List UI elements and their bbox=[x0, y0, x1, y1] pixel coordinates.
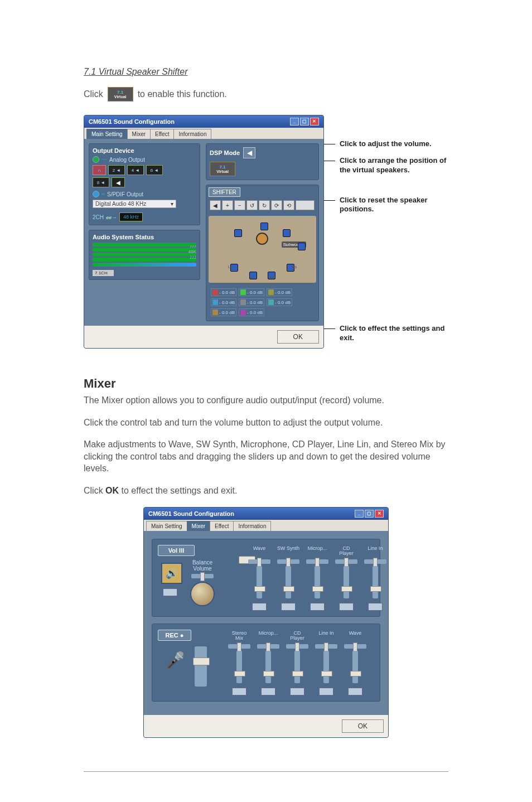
volume-icon[interactable]: ◀ bbox=[243, 147, 255, 158]
speaker-sub-icon[interactable] bbox=[298, 243, 306, 250]
spdif-radio-icon[interactable] bbox=[93, 191, 99, 197]
volume-slider-swsynth[interactable] bbox=[286, 566, 291, 598]
zoom-out-icon[interactable]: − bbox=[234, 200, 245, 210]
sample-rate-button[interactable]: 48 kHz bbox=[119, 212, 143, 221]
balance-slider-reccd[interactable] bbox=[286, 644, 308, 649]
digital-audio-select[interactable]: Digital Audio 48 KHz ▾ bbox=[93, 200, 176, 208]
status-bar bbox=[93, 243, 196, 247]
rec-slider-stereomix[interactable] bbox=[236, 651, 242, 683]
tab-mixer[interactable]: Mixer bbox=[127, 129, 151, 139]
callout-reset: Click to reset the speaker positions. bbox=[330, 196, 448, 214]
speakers-8-button[interactable]: 8 ◄ bbox=[93, 177, 109, 187]
analog-radio-icon[interactable] bbox=[93, 156, 99, 163]
db-cell: - 0.0 dB bbox=[211, 288, 236, 296]
balance-slider-swsynth[interactable] bbox=[277, 559, 299, 564]
select-stereomix-button[interactable] bbox=[232, 688, 246, 695]
select-linein-button[interactable] bbox=[319, 688, 333, 695]
reset-button[interactable]: Reset bbox=[296, 200, 315, 210]
titlebar: CM6501 Sound Configuration _ ▢ ✕ bbox=[84, 115, 323, 128]
tab-information[interactable]: Information bbox=[173, 129, 211, 139]
speakers-4-button[interactable]: 4 ◄ bbox=[127, 165, 144, 175]
tab-strip: Main Setting Mixer Effect Information bbox=[84, 128, 323, 139]
rec-slider-cd[interactable] bbox=[294, 651, 300, 683]
tab-effect[interactable]: Effect bbox=[150, 129, 174, 139]
master-volume-knob[interactable] bbox=[190, 582, 215, 606]
slider-label: Line In bbox=[318, 631, 333, 642]
close-icon[interactable]: ✕ bbox=[375, 510, 384, 518]
mute-linein-button[interactable] bbox=[368, 603, 383, 611]
speaker-room-view[interactable]: L R Subwoofer Ls Rs bbox=[209, 216, 316, 283]
mute-wave-button[interactable] bbox=[252, 603, 267, 611]
speaker-Ls-label: Ls bbox=[228, 264, 233, 269]
minimize-icon[interactable]: _ bbox=[290, 118, 299, 125]
balance-slider-reclinein[interactable] bbox=[315, 644, 337, 649]
rotate-cw-icon[interactable]: ↻ bbox=[259, 200, 270, 210]
select-cd-button[interactable] bbox=[290, 688, 304, 695]
headphone-icon[interactable]: ∩ bbox=[93, 165, 106, 175]
db-cell: - 0.0 dB bbox=[211, 298, 236, 306]
rotate-both-icon[interactable]: ⟲ bbox=[283, 200, 294, 210]
speaker-L-icon[interactable] bbox=[234, 229, 242, 237]
mute-swsynth-button[interactable] bbox=[281, 603, 296, 611]
dsp-virtual-button[interactable]: 7.1 Virtual bbox=[210, 162, 235, 176]
volume-slider-mic[interactable] bbox=[315, 566, 320, 598]
listener-icon[interactable] bbox=[256, 233, 268, 245]
balance-slider-recwave[interactable] bbox=[344, 644, 366, 649]
volume-slider-wave[interactable] bbox=[257, 566, 262, 598]
balance-slider-recmic[interactable] bbox=[257, 644, 279, 649]
balance-slider[interactable] bbox=[191, 574, 214, 578]
zoom-rotate-icon[interactable]: ⟳ bbox=[271, 200, 282, 210]
rotate-ccw-icon[interactable]: ↺ bbox=[246, 200, 258, 210]
rec-slider-wave[interactable] bbox=[352, 651, 358, 683]
master-mute-button[interactable] bbox=[163, 588, 177, 596]
status-bar bbox=[93, 263, 196, 267]
tab-mixer[interactable]: Mixer bbox=[187, 521, 210, 531]
balance-slider-cd[interactable] bbox=[335, 559, 357, 564]
callout-volume: Click to adjust the volume. bbox=[330, 139, 448, 148]
tab-information[interactable]: Information bbox=[233, 521, 271, 531]
tab-effect[interactable]: Effect bbox=[210, 521, 234, 531]
tab-main-setting[interactable]: Main Setting bbox=[146, 521, 187, 531]
rec-master-slider[interactable] bbox=[195, 646, 207, 687]
speaker-R-icon[interactable] bbox=[283, 229, 291, 237]
mute-icon[interactable]: ◀ bbox=[210, 200, 221, 210]
balance-slider-mic[interactable] bbox=[306, 559, 328, 564]
speakers-2-button[interactable]: 2 ◄ bbox=[108, 165, 125, 175]
maximize-icon[interactable]: ▢ bbox=[300, 118, 309, 125]
minimize-icon[interactable]: _ bbox=[355, 510, 364, 518]
volume-slider-cd[interactable] bbox=[344, 566, 349, 598]
balance-label: Balance Volume bbox=[190, 559, 215, 572]
balance-slider-linein[interactable] bbox=[364, 559, 386, 564]
slider-label: CD Player bbox=[335, 546, 357, 557]
zoom-in-icon[interactable]: + bbox=[222, 200, 233, 210]
digital-wave-icon: ⸙⸙→ bbox=[106, 214, 117, 220]
close-icon[interactable]: ✕ bbox=[310, 118, 319, 125]
status-bar bbox=[93, 258, 196, 262]
tab-main-setting[interactable]: Main Setting bbox=[86, 129, 128, 139]
select-wave-button[interactable] bbox=[348, 688, 362, 695]
select-mic-button[interactable] bbox=[261, 688, 275, 695]
speaker-Rb-label: Rb bbox=[269, 274, 275, 279]
mute-cd-button[interactable] bbox=[339, 603, 354, 611]
callout-arrange: Click to arrange the position of the vir… bbox=[330, 156, 448, 175]
rec-slider-linein[interactable] bbox=[323, 651, 329, 683]
maximize-icon[interactable]: ▢ bbox=[365, 510, 374, 518]
ok-button[interactable]: OK bbox=[342, 719, 384, 733]
channel-prefix: 2CH bbox=[93, 214, 104, 220]
balance-slider-stereomix[interactable] bbox=[228, 644, 250, 649]
speaker-Rs-label: Rs bbox=[291, 264, 297, 269]
virtual-7-1-button[interactable]: 7.1 Virtual bbox=[108, 87, 133, 102]
ok-button[interactable]: OK bbox=[277, 330, 319, 344]
rec-slider-mic[interactable] bbox=[265, 651, 271, 683]
tab-strip: Main Setting Mixer Effect Information bbox=[144, 520, 388, 531]
speakers-6-button[interactable]: 6 ◄ bbox=[146, 165, 163, 175]
volume-slider-linein[interactable] bbox=[373, 566, 378, 598]
mute-mic-button[interactable] bbox=[310, 603, 325, 611]
footer-divider bbox=[84, 771, 448, 772]
speaker-C-icon[interactable] bbox=[260, 223, 268, 230]
analog-output-label: Analog Output bbox=[109, 157, 145, 163]
slider-label: Stereo Mix bbox=[228, 631, 250, 642]
volume-adjust-icon[interactable]: ◀ bbox=[112, 177, 125, 187]
balance-slider-wave[interactable] bbox=[248, 559, 270, 564]
mixer-p4-post: to effect the settings and exit. bbox=[119, 486, 237, 495]
